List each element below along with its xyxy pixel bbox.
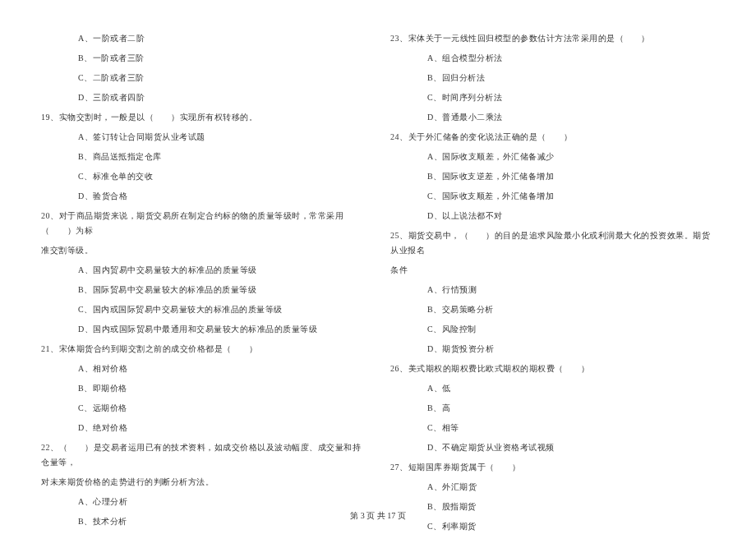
q20-option-b: B、国际贸易中交易量较大的标准品的质量等级 (41, 280, 366, 300)
q18-option-c: C、二阶或者三阶 (41, 68, 366, 88)
q23-text: 23、宋体关于一元线性回归模型的参数估计方法常采用的是（ ） (390, 29, 715, 48)
q25-option-c: C、风险控制 (390, 320, 715, 339)
q24-option-a: A、国际收支顺差，外汇储备减少 (390, 147, 715, 167)
q23-option-a: A、组合模型分析法 (390, 48, 715, 68)
q26-option-b: B、高 (390, 398, 715, 418)
q20-option-c: C、国内或国际贸易中交易量较大的标准品的质量等级 (41, 300, 366, 320)
q23-option-b: B、回归分析法 (390, 68, 715, 88)
q25-option-a: A、行情预测 (390, 280, 715, 300)
q25-option-d: D、期货投资分析 (390, 339, 715, 359)
q21-option-b: B、即期价格 (41, 379, 366, 398)
q24-text: 24、关于外汇储备的变化说法正确的是（ ） (390, 127, 715, 147)
q19-option-a: A、签订转让合同期货从业考试题 (41, 127, 366, 147)
q22-cont: 对未来期货价格的走势进行的判断分析方法。 (41, 472, 366, 492)
q20-option-d: D、国内或国际贸易中最通用和交易量较大的标准品的质量等级 (41, 320, 366, 339)
q21-option-c: C、远期价格 (41, 398, 366, 418)
q19-option-c: C、标准仓单的交收 (41, 167, 366, 186)
q18-option-d: D、三阶或者四阶 (41, 88, 366, 108)
q26-option-a: A、低 (390, 379, 715, 398)
q20-text: 20、对于商品期货来说，期货交易所在制定合约标的物的质量等级时，常常采用（ ）为… (41, 206, 366, 241)
q24-option-b: B、国际收支逆差，外汇储备增加 (390, 167, 715, 186)
q20-option-a: A、国内贸易中交易量较大的标准品的质量等级 (41, 260, 366, 280)
q27-text: 27、短期国库券期货属于（ ） (390, 458, 715, 477)
q21-text: 21、宋体期货合约到期交割之前的成交价格都是（ ） (41, 339, 366, 359)
right-column: 23、宋体关于一元线性回归模型的参数估计方法常采用的是（ ） A、组合模型分析法… (390, 29, 715, 534)
q24-option-d: D、以上说法都不对 (390, 206, 715, 226)
q18-option-a: A、一阶或者二阶 (41, 29, 366, 48)
q27-option-a: A、外汇期货 (390, 477, 715, 497)
q22-text: 22、（ ）是交易者运用已有的技术资料，如成交价格以及波动幅度、成交量和持仓量等… (41, 438, 366, 472)
q20-cont: 准交割等级。 (41, 241, 366, 260)
q25-option-b: B、交易策略分析 (390, 300, 715, 320)
q24-option-c: C、国际收支顺差，外汇储备增加 (390, 186, 715, 206)
q21-option-a: A、相对价格 (41, 359, 366, 379)
page-container: A、一阶或者二阶 B、一阶或者三阶 C、二阶或者三阶 D、三阶或者四阶 19、实… (0, 0, 756, 534)
left-column: A、一阶或者二阶 B、一阶或者三阶 C、二阶或者三阶 D、三阶或者四阶 19、实… (41, 29, 366, 534)
q25-text: 25、期货交易中，（ ）的目的是追求风险最小化或利润最大化的投资效果。期货从业报… (390, 226, 715, 260)
q26-option-d: D、不确定期货从业资格考试视频 (390, 438, 715, 458)
q18-option-b: B、一阶或者三阶 (41, 48, 366, 68)
q21-option-d: D、绝对价格 (41, 418, 366, 438)
q26-option-c: C、相等 (390, 418, 715, 438)
q23-option-c: C、时间序列分析法 (390, 88, 715, 108)
q23-option-d: D、普通最小二乘法 (390, 108, 715, 127)
page-footer: 第 3 页 共 17 页 (0, 510, 756, 522)
q25-cont: 条件 (390, 260, 715, 280)
q19-option-d: D、验货合格 (41, 186, 366, 206)
q26-text: 26、美式期权的期权费比欧式期权的期权费（ ） (390, 359, 715, 379)
q19-option-b: B、商品送抵指定仓库 (41, 147, 366, 167)
q19-text: 19、实物交割时，一般是以（ ）实现所有权转移的。 (41, 108, 366, 127)
q22-option-a: A、心理分析 (41, 492, 366, 512)
